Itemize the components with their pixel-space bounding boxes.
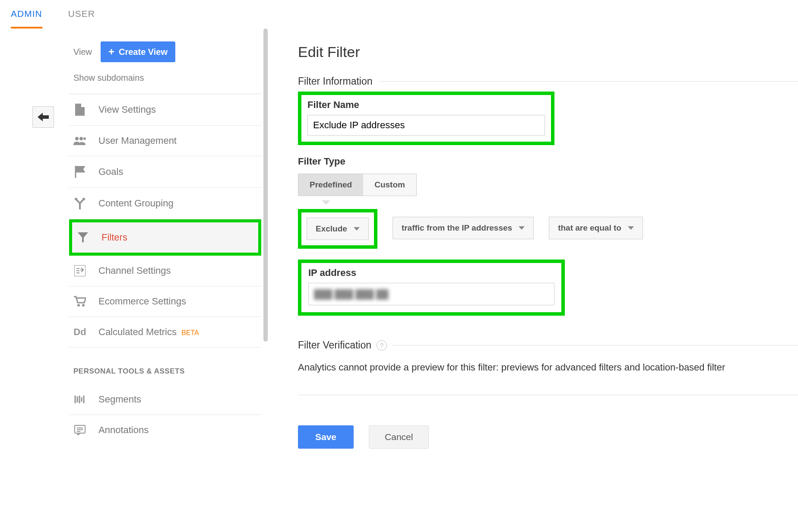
- dd-icon: Dd: [73, 326, 86, 338]
- annotations-icon: [73, 425, 86, 435]
- show-subdomains-link[interactable]: Show subdomains: [69, 66, 261, 94]
- sidebar-scrollbar[interactable]: [263, 28, 268, 342]
- traffic-dropdown-label: traffic from the IP addresses: [402, 223, 512, 233]
- ip-address-label: IP address: [308, 267, 554, 279]
- sidebar-item-label: View Settings: [98, 104, 156, 115]
- create-view-button[interactable]: + Create View: [101, 41, 175, 62]
- sidebar-item-label: Ecommerce Settings: [98, 296, 186, 307]
- funnel-icon: [76, 232, 89, 243]
- help-icon[interactable]: ?: [377, 340, 387, 351]
- plus-icon: +: [108, 46, 114, 58]
- sidebar-item-segments[interactable]: Segments: [69, 384, 261, 415]
- exclude-dropdown-label: Exclude: [316, 224, 347, 234]
- svg-point-7: [82, 304, 85, 307]
- segments-icon: [73, 395, 86, 404]
- sidebar-item-label: Filters: [101, 232, 127, 243]
- sidebar-item-view-settings[interactable]: View Settings: [69, 94, 261, 126]
- traffic-source-dropdown[interactable]: traffic from the IP addresses: [393, 217, 534, 239]
- ip-address-value: ███ ███ ███ ██: [314, 289, 389, 299]
- ip-address-input[interactable]: ███ ███ ███ ██: [308, 283, 554, 305]
- toggle-custom[interactable]: Custom: [363, 174, 416, 196]
- sidebar-item-filters[interactable]: Filters: [69, 219, 261, 256]
- exclude-highlight: Exclude: [298, 209, 377, 249]
- svg-point-0: [75, 137, 79, 140]
- flag-icon: [73, 166, 86, 178]
- svg-point-4: [82, 198, 85, 200]
- sidebar-item-annotations[interactable]: Annotations: [69, 415, 261, 445]
- ip-address-highlight: IP address ███ ███ ███ ██: [298, 260, 565, 316]
- channel-icon: [73, 265, 86, 276]
- verification-message: Analytics cannot provide a preview for t…: [298, 362, 798, 373]
- sidebar-item-label: Segments: [98, 394, 141, 405]
- sidebar-item-label: Annotations: [98, 424, 149, 436]
- sidebar-item-label: Goals: [98, 166, 123, 177]
- beta-badge: BETA: [181, 329, 199, 336]
- sidebar-item-label: Content Grouping: [98, 198, 174, 209]
- chevron-down-icon: [628, 226, 634, 230]
- users-icon: [73, 136, 86, 145]
- filter-type-label: Filter Type: [298, 156, 798, 167]
- sidebar-item-user-management[interactable]: User Management: [69, 126, 261, 156]
- tab-user[interactable]: USER: [68, 9, 95, 28]
- create-view-label: Create View: [119, 47, 168, 57]
- svg-point-3: [75, 198, 77, 200]
- back-arrow-icon: [38, 113, 49, 121]
- filter-type-toggle: Predefined Custom: [298, 174, 417, 196]
- svg-point-1: [79, 137, 83, 140]
- toggle-arrow-indicator: [322, 200, 330, 205]
- filter-name-input[interactable]: [307, 115, 545, 136]
- svg-point-6: [77, 304, 80, 307]
- toggle-predefined[interactable]: Predefined: [298, 174, 363, 196]
- sidebar-item-content-grouping[interactable]: Content Grouping: [69, 188, 261, 219]
- divider: [392, 345, 798, 345]
- filter-verification-heading: Filter Verification: [298, 339, 371, 351]
- filter-information-heading: Filter Information: [298, 76, 373, 87]
- cancel-button[interactable]: Cancel: [369, 425, 429, 449]
- sidebar-item-goals[interactable]: Goals: [69, 156, 261, 188]
- divider: [379, 81, 798, 82]
- expression-dropdown[interactable]: that are equal to: [549, 217, 643, 239]
- expression-dropdown-label: that are equal to: [558, 223, 621, 233]
- back-button[interactable]: [32, 106, 54, 128]
- sidebar-item-label: Channel Settings: [98, 265, 171, 276]
- chevron-down-icon: [354, 227, 360, 231]
- sidebar-item-label: Calculated Metrics BETA: [98, 326, 199, 338]
- personal-tools-header: PERSONAL TOOLS & ASSETS: [69, 348, 261, 384]
- main-content: Edit Filter Filter Information Filter Na…: [261, 28, 798, 449]
- document-icon: [73, 104, 86, 116]
- sidebar: View + Create View Show subdomains View …: [69, 28, 261, 449]
- svg-rect-5: [74, 265, 86, 276]
- view-label: View: [73, 47, 92, 57]
- tab-admin[interactable]: ADMIN: [11, 9, 42, 28]
- sidebar-item-calculated-metrics[interactable]: Dd Calculated Metrics BETA: [69, 317, 261, 348]
- sidebar-item-ecommerce-settings[interactable]: Ecommerce Settings: [69, 286, 261, 317]
- filter-name-label: Filter Name: [307, 99, 545, 111]
- exclude-dropdown[interactable]: Exclude: [307, 218, 369, 240]
- sidebar-item-channel-settings[interactable]: Channel Settings: [69, 256, 261, 286]
- svg-point-2: [83, 137, 86, 140]
- sidebar-item-label: User Management: [98, 135, 177, 146]
- page-title: Edit Filter: [298, 44, 798, 60]
- top-tabs: ADMIN USER: [0, 0, 798, 28]
- filter-name-highlight: Filter Name: [298, 92, 554, 145]
- cart-icon: [73, 296, 86, 307]
- chevron-down-icon: [519, 226, 525, 230]
- grouping-icon: [73, 197, 86, 209]
- save-button[interactable]: Save: [298, 425, 354, 449]
